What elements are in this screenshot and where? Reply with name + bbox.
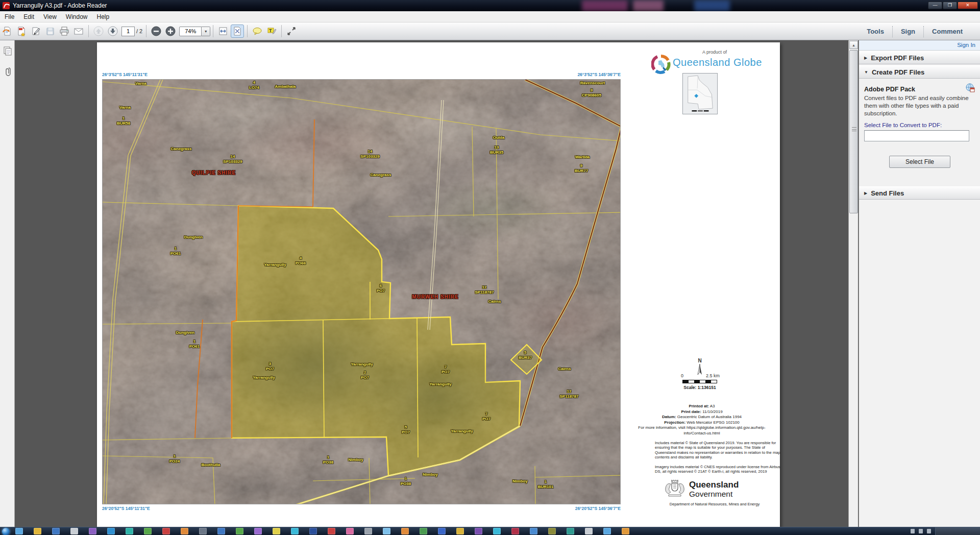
email-button[interactable] — [72, 25, 85, 38]
taskbar-icon[interactable] — [34, 528, 41, 534]
fit-page-button[interactable] — [231, 25, 244, 38]
parcel-label: Varna — [135, 81, 146, 86]
taskbar-icon[interactable] — [254, 528, 262, 534]
print-icon — [59, 26, 69, 36]
chevron-right-icon: ▶ — [864, 191, 867, 196]
print-button[interactable] — [58, 25, 71, 38]
taskbar-icon[interactable] — [236, 528, 243, 534]
comment-bubble-button[interactable] — [251, 25, 264, 38]
taskbar-clock-area[interactable] — [935, 527, 980, 535]
menu-edit[interactable]: Edit — [19, 11, 39, 22]
taskbar-icon[interactable] — [456, 528, 464, 534]
create-pdf-button[interactable] — [15, 25, 28, 38]
taskbar-icon[interactable] — [603, 528, 611, 534]
pdf-page[interactable]: A product of Queensland Globe 26°3'52"S … — [97, 42, 780, 527]
attachments-paperclip-icon[interactable] — [3, 67, 12, 76]
parcel-label: Yarrangully — [429, 382, 452, 387]
taskbar-icon[interactable] — [511, 528, 519, 534]
open-file-button[interactable] — [1, 25, 14, 38]
taskbar-icon[interactable] — [273, 528, 280, 534]
system-tray[interactable] — [911, 529, 931, 533]
zoom-out-button[interactable] — [150, 25, 163, 38]
taskbar-icon[interactable] — [107, 528, 115, 534]
shire-label: QUILPIE SHIRE — [192, 170, 236, 176]
tools-panel: Sign In ▶ Export PDF Files ▼ Create PDF … — [859, 40, 980, 527]
start-button[interactable] — [2, 528, 10, 535]
taskbar-icon[interactable] — [383, 528, 390, 534]
sign-in-link[interactable]: Sign In — [957, 42, 975, 48]
taskbar-icon[interactable] — [89, 528, 96, 534]
page-down-icon — [107, 26, 118, 37]
taskbar-icon[interactable] — [309, 528, 317, 534]
fit-width-button[interactable] — [216, 25, 230, 38]
fullscreen-button[interactable] — [285, 25, 298, 38]
parcel-label: Ravenscourt — [580, 81, 605, 86]
taskbar-icon[interactable] — [346, 528, 354, 534]
taskbar-icon[interactable] — [567, 528, 574, 534]
zoom-in-button[interactable] — [164, 25, 177, 38]
menu-help[interactable]: Help — [92, 11, 114, 22]
file-to-convert-input[interactable] — [864, 130, 969, 141]
taskbar-icon[interactable] — [181, 528, 188, 534]
parcel-label: 1 PO38 — [323, 455, 333, 465]
taskbar-icon[interactable] — [493, 528, 501, 534]
taskbar-icon[interactable] — [475, 528, 482, 534]
menu-view[interactable]: View — [39, 11, 61, 22]
zoom-dropdown-arrow[interactable]: ▼ — [202, 27, 210, 36]
tools-button[interactable]: Tools — [859, 26, 892, 38]
taskbar-icon[interactable] — [15, 528, 23, 534]
parcel-label: Yarrangully — [451, 429, 473, 434]
pdf-pack-description: Convert files to PDF and easily combine … — [864, 94, 971, 117]
zoom-level-input[interactable]: 74% — [179, 27, 202, 36]
document-scrollbar[interactable]: ▲ — [848, 40, 858, 527]
taskbar-icon[interactable] — [162, 528, 170, 534]
send-files-panel-header[interactable]: ▶ Send Files — [859, 186, 980, 200]
close-button[interactable]: ✕ — [958, 2, 978, 9]
comment-button[interactable]: Comment — [924, 26, 971, 38]
taskbar-icon[interactable] — [126, 528, 133, 534]
sign-pen-button[interactable] — [29, 25, 42, 38]
taskbar-icon[interactable] — [438, 528, 446, 534]
taskbar-icon[interactable] — [585, 528, 593, 534]
highlight-text-icon: T — [266, 26, 277, 36]
parcel-label: 4 LO74 — [249, 80, 259, 90]
menu-window[interactable]: Window — [61, 11, 92, 22]
page-thumbnails-icon[interactable] — [3, 46, 12, 56]
export-pdf-panel-header[interactable]: ▶ Export PDF Files — [859, 51, 980, 64]
taskbar-icon[interactable] — [291, 528, 299, 534]
taskbar-icon[interactable] — [622, 528, 629, 534]
taskbar-icon[interactable] — [420, 528, 427, 534]
taskbar-icon[interactable] — [199, 528, 207, 534]
taskbar-icon[interactable] — [70, 528, 78, 534]
taskbar-icon[interactable] — [364, 528, 372, 534]
product-of-label: A product of — [653, 50, 776, 55]
map-viewport[interactable]: Varna4 LO74AmbathalaRavenscourt3 CP90860… — [102, 79, 621, 504]
page-number-input[interactable] — [121, 27, 135, 36]
taskbar-icon[interactable] — [52, 528, 60, 534]
taskbar-icon[interactable] — [144, 528, 152, 534]
parcel-label: Dungiven — [184, 235, 203, 240]
taskbar-icon[interactable] — [401, 528, 409, 534]
parcel-label: Warlida — [575, 155, 590, 160]
taskbar-icon[interactable] — [548, 528, 556, 534]
menu-file[interactable]: File — [0, 11, 19, 22]
save-button[interactable] — [43, 25, 57, 38]
highlight-text-button[interactable]: T — [265, 25, 278, 38]
next-page-button[interactable] — [106, 25, 119, 38]
parcel-label: Nimboy — [423, 472, 437, 477]
scrollbar-thumb[interactable] — [849, 50, 858, 213]
svg-text:T: T — [269, 28, 272, 33]
minimize-button[interactable]: — — [928, 2, 942, 9]
queensland-globe-logo — [651, 55, 671, 74]
create-pdf-panel-header[interactable]: ▼ Create PDF Files — [859, 65, 980, 79]
sign-button[interactable]: Sign — [893, 26, 923, 38]
maximize-button[interactable]: ❐ — [943, 2, 957, 9]
taskbar-icon[interactable] — [217, 528, 225, 534]
title-bar[interactable]: Yarrangully A3.pdf - Adobe Reader — ❐ ✕ — [0, 0, 980, 11]
scroll-up-arrow[interactable]: ▲ — [849, 41, 858, 49]
select-file-button[interactable]: Select File — [889, 156, 950, 168]
taskbar-icon[interactable] — [328, 528, 335, 534]
parcel-label: 4 PO66 — [296, 256, 306, 265]
taskbar-icon[interactable] — [530, 528, 537, 534]
previous-page-button[interactable] — [92, 25, 105, 38]
